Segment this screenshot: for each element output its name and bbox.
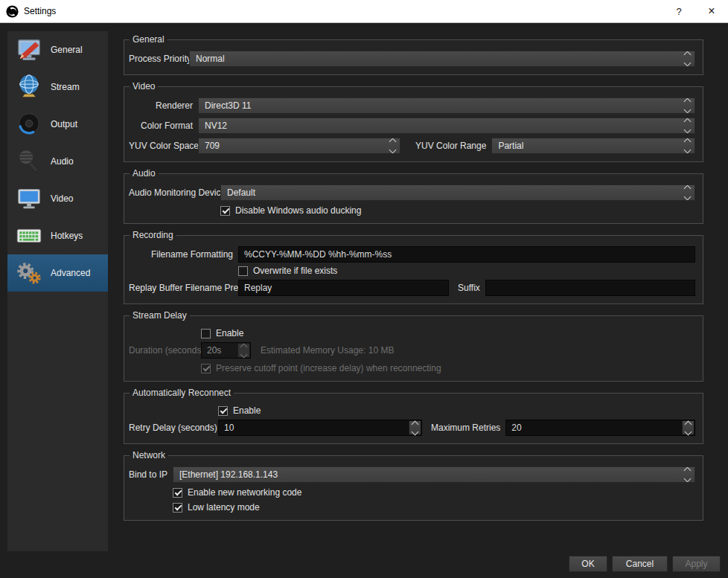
chevron-down-icon [684, 475, 692, 483]
sidebar-item-label: Advanced [51, 268, 90, 278]
video-icon [13, 183, 45, 214]
chevron-up-icon [412, 420, 419, 428]
sidebar-item-general[interactable]: General [7, 31, 108, 68]
maximum-retries-label: Maximum Retries [422, 423, 505, 433]
low-latency-checkbox[interactable] [173, 503, 182, 513]
duration-value: 20s [207, 345, 221, 356]
group-video-title: Video [130, 81, 158, 91]
settings-content: General Process Priority Normal Video Re… [124, 34, 703, 527]
new-networking-checkbox[interactable] [173, 488, 182, 498]
color-format-value: NV12 [205, 121, 227, 131]
retry-delay-label: Retry Delay (seconds) [129, 423, 218, 433]
retry-delay-spinbox[interactable]: 10 [218, 420, 422, 436]
combo-arrows [682, 468, 693, 481]
spinner-buttons[interactable] [682, 421, 694, 434]
disable-ducking-label[interactable]: Disable Windows audio ducking [235, 205, 361, 216]
duration-spinbox: 20s [201, 342, 251, 359]
chevron-up-icon [389, 138, 397, 146]
maximum-retries-value: 20 [511, 423, 521, 433]
suffix-label: Suffix [449, 283, 485, 293]
group-stream-delay-title: Stream Delay [130, 310, 190, 321]
chevron-up-icon [684, 138, 692, 146]
filename-formatting-row: Filename Formatting [129, 246, 695, 263]
yuv-color-space-select[interactable]: 709 [198, 138, 400, 154]
yuv-row: YUV Color Space 709 YUV Color Range Part… [129, 138, 695, 154]
chevron-down-icon [684, 193, 692, 201]
sidebar-item-video[interactable]: Video [7, 180, 108, 217]
advanced-gears-icon [13, 257, 45, 289]
retry-delay-value: 10 [224, 423, 234, 433]
maximum-retries-spinbox[interactable]: 20 [505, 420, 695, 436]
group-stream-delay: Stream Delay Enable Duration (seconds) 2… [124, 310, 703, 382]
apply-button[interactable]: Apply [672, 556, 721, 572]
low-latency-row: Low latency mode [173, 502, 695, 513]
combo-arrows [682, 99, 693, 112]
chevron-down-icon [684, 60, 692, 67]
yuv-color-space-label: YUV Color Space [129, 141, 198, 151]
sidebar-item-advanced[interactable]: Advanced [7, 254, 108, 292]
bind-ip-select[interactable]: [Ethernet] 192.168.1.143 [173, 466, 695, 483]
reconnect-enable-checkbox[interactable] [218, 406, 228, 416]
disable-ducking-checkbox[interactable] [220, 206, 230, 216]
yuv-color-space-value: 709 [205, 141, 220, 151]
low-latency-label[interactable]: Low latency mode [188, 502, 260, 513]
stream-delay-enable-row: Enable [201, 328, 695, 338]
stream-delay-enable-label[interactable]: Enable [216, 328, 243, 338]
group-network-title: Network [130, 450, 168, 460]
duration-row: Duration (seconds) 20s Estimated Memory … [129, 342, 695, 359]
chevron-down-icon [684, 106, 692, 114]
filename-formatting-input[interactable] [238, 246, 695, 263]
suffix-input[interactable] [485, 280, 695, 296]
spinner-buttons[interactable] [409, 421, 421, 434]
preserve-cutoff-checkbox [201, 364, 211, 373]
combo-arrows [682, 186, 693, 199]
color-format-row: Color Format NV12 [129, 118, 695, 134]
group-reconnect-title: Automatically Reconnect [130, 388, 234, 398]
combo-arrows [682, 119, 693, 132]
yuv-color-range-select[interactable]: Partial [491, 138, 695, 154]
chevron-down-icon [389, 147, 397, 154]
close-button[interactable]: × [695, 0, 728, 22]
retry-delay-row: Retry Delay (seconds) 10 Maximum Retries… [129, 420, 695, 436]
sidebar-item-hotkeys[interactable]: Hotkeys [7, 217, 108, 254]
bind-ip-label: Bind to IP [129, 469, 173, 480]
sidebar-item-label: General [51, 45, 83, 55]
chevron-down-icon [684, 147, 692, 154]
audio-monitoring-row: Audio Monitoring Device Default [129, 184, 695, 201]
preserve-cutoff-row: Preserve cutoff point (increase delay) w… [201, 363, 695, 373]
color-format-label: Color Format [129, 121, 198, 131]
audio-monitoring-label: Audio Monitoring Device [129, 187, 220, 198]
yuv-color-range-label: YUV Color Range [400, 141, 491, 151]
spinner-buttons [237, 344, 249, 357]
renderer-select[interactable]: Direct3D 11 [198, 97, 695, 114]
overwrite-label[interactable]: Overwrite if file exists [253, 266, 337, 276]
filename-formatting-label: Filename Formatting [129, 249, 238, 260]
hotkeys-icon [13, 220, 45, 251]
process-priority-select[interactable]: Normal [189, 51, 695, 67]
chevron-up-icon [684, 185, 692, 193]
overwrite-checkbox[interactable] [238, 266, 248, 276]
sidebar-item-stream[interactable]: Stream [7, 68, 108, 106]
sidebar-item-label: Video [51, 193, 73, 204]
sidebar-item-output[interactable]: Output [7, 106, 108, 143]
chevron-up-icon [240, 343, 248, 350]
sidebar-item-label: Hotkeys [51, 231, 83, 241]
reconnect-enable-label[interactable]: Enable [233, 405, 261, 416]
ok-button[interactable]: OK [569, 556, 607, 572]
renderer-label: Renderer [129, 100, 198, 111]
chevron-up-icon [684, 98, 692, 106]
disable-ducking-row: Disable Windows audio ducking [220, 205, 695, 216]
cancel-button[interactable]: Cancel [612, 556, 668, 572]
reconnect-enable-row: Enable [218, 405, 695, 416]
help-button[interactable]: ? [662, 0, 695, 22]
sidebar-item-audio[interactable]: Audio [7, 143, 108, 180]
chevron-down-icon [412, 428, 419, 435]
settings-sidebar: General Stream Output [7, 31, 108, 551]
audio-monitoring-select[interactable]: Default [220, 184, 695, 201]
stream-delay-enable-checkbox[interactable] [201, 329, 211, 338]
group-audio-title: Audio [130, 168, 159, 179]
output-icon [13, 109, 45, 140]
new-networking-label[interactable]: Enable new networking code [188, 487, 301, 498]
replay-prefix-input[interactable] [238, 280, 449, 296]
color-format-select[interactable]: NV12 [198, 118, 695, 134]
